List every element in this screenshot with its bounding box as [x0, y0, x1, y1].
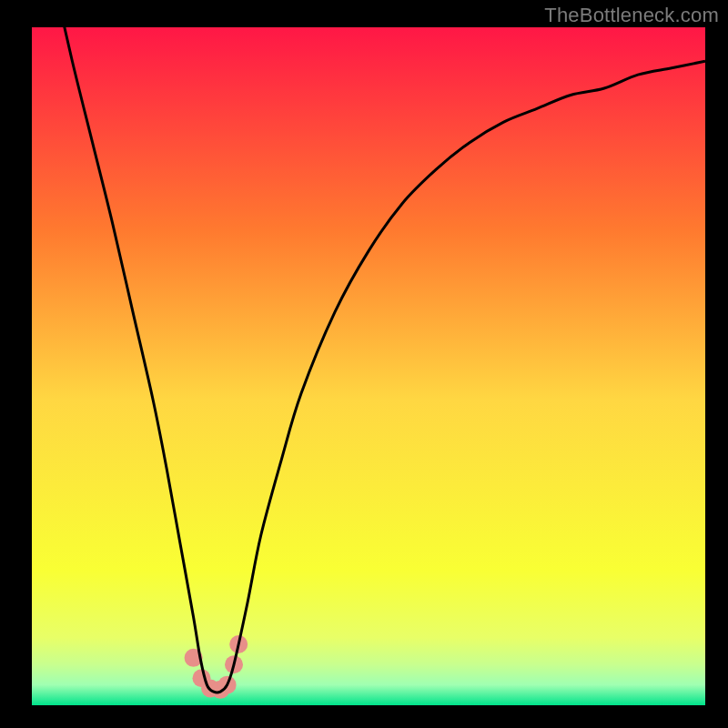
curve-layer [32, 27, 705, 705]
bottleneck-curve [32, 27, 705, 693]
watermark-text: TheBottleneck.com [544, 4, 719, 27]
plot-area [32, 27, 705, 705]
chart-frame: TheBottleneck.com [0, 0, 728, 728]
